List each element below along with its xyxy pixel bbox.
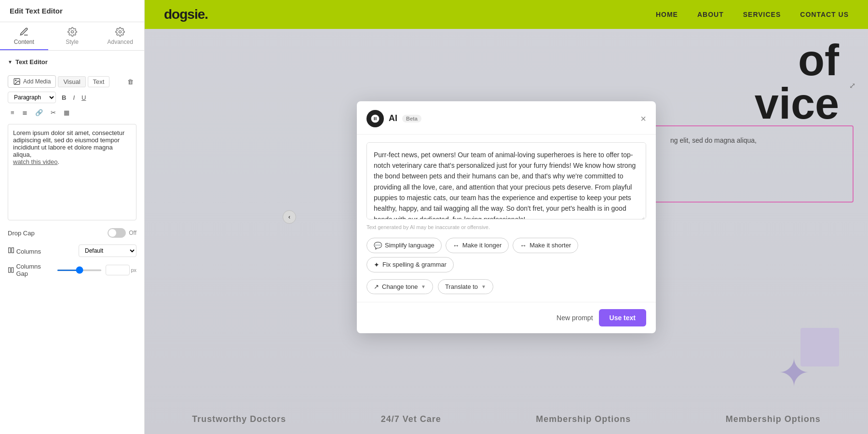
format-buttons: B I U	[59, 92, 89, 103]
drop-cap-field: Drop Cap Off	[0, 224, 144, 242]
columns-gap-input[interactable]	[106, 265, 130, 275]
svg-point-0	[71, 31, 73, 33]
advanced-icon	[115, 27, 125, 37]
svg-rect-7	[12, 268, 14, 272]
ai-modal: AI Beta × Purr-fect news, pet owners! Ou…	[357, 101, 656, 333]
columns-gap-slider[interactable]	[57, 270, 102, 271]
link-button[interactable]: 🔗	[32, 107, 46, 118]
change-tone-select[interactable]: Change tone Formal Casual Friendly Profe…	[382, 283, 418, 290]
format-row: Paragraph Heading 1 Heading 2 Heading 3 …	[0, 90, 144, 105]
editor-list-row: ≡ ≣ 🔗 ✂ ▦	[0, 105, 144, 120]
modal-close-button[interactable]: ×	[640, 114, 646, 123]
paragraph-select[interactable]: Paragraph Heading 1 Heading 2 Heading 3	[8, 92, 56, 103]
delete-button[interactable]: 🗑	[124, 76, 136, 87]
ai-disclaimer: Text generated by AI may be inaccurate o…	[366, 224, 646, 230]
fix-spelling-button[interactable]: ✦ Fix spelling & grammar	[366, 257, 454, 272]
ai-selects-row: ↗ Change tone Formal Casual Friendly Pro…	[366, 279, 646, 294]
editor-content-area[interactable]: Lorem ipsum dolor sit amet, consectetur …	[8, 124, 136, 220]
ordered-list-button[interactable]: ≣	[19, 107, 30, 118]
modal-beta-badge: Beta	[402, 115, 421, 122]
columns-gap-field: Columns Gap px	[0, 260, 144, 280]
drop-cap-label: Drop Cap	[8, 230, 35, 237]
text-tab-button[interactable]: Text	[88, 76, 110, 87]
change-tone-icon: ↗	[374, 283, 379, 290]
text-editor-section: ▼ Text Editor	[0, 51, 144, 73]
style-icon	[68, 27, 77, 37]
columns-label: Columns	[8, 247, 76, 255]
columns-select[interactable]: Default 2 3 4	[79, 244, 136, 257]
section-chevron: ▼	[8, 59, 13, 65]
toolbar-row-1: ⤢ Add Media Visual Text 🗑	[0, 73, 144, 90]
main-area: dogsie. HOME ABOUT SERVICES CONTACT US o…	[145, 0, 868, 434]
table-button[interactable]: ▦	[61, 107, 72, 118]
content-icon	[19, 27, 29, 37]
sidebar-tabs: Content Style Advanced	[0, 22, 144, 51]
section-label: Text Editor	[15, 58, 48, 66]
ai-textarea[interactable]: Purr-fect news, pet owners! Our team of …	[366, 142, 646, 219]
editor-link[interactable]: watch this video	[13, 158, 58, 165]
modal-title: AI	[389, 113, 397, 123]
unordered-list-button[interactable]: ≡	[8, 107, 17, 118]
modal-header: AI Beta ×	[357, 101, 656, 135]
change-tone-chevron: ▼	[421, 284, 426, 289]
visual-tab-button[interactable]: Visual	[58, 76, 85, 87]
columns-field: Columns Default 2 3 4	[0, 242, 144, 260]
simplify-language-button[interactable]: 💬 Simplify language	[366, 238, 442, 253]
translate-chevron: ▼	[481, 284, 486, 289]
bold-button[interactable]: B	[59, 92, 69, 103]
simplify-label: Simplify language	[385, 242, 434, 249]
modal-body: Purr-fect news, pet owners! Our team of …	[357, 135, 656, 302]
shorter-label: Make it shorter	[529, 242, 571, 249]
translate-to-dropdown[interactable]: Translate to English Spanish French Germ…	[438, 279, 493, 294]
modal-overlay: AI Beta × Purr-fect news, pet owners! Ou…	[145, 0, 868, 434]
svg-rect-5	[12, 247, 14, 253]
elementor-icon	[370, 114, 380, 123]
tab-style-label: Style	[66, 39, 79, 45]
toggle-track[interactable]	[108, 228, 126, 238]
drop-cap-toggle[interactable]: Off	[108, 228, 136, 238]
tab-style[interactable]: Style	[48, 22, 96, 50]
make-longer-button[interactable]: ↔ Make it longer	[446, 238, 509, 253]
shorter-icon: ↔	[520, 242, 527, 249]
columns-gap-icon	[8, 267, 14, 273]
editor-body-text: Lorem ipsum dolor sit amet, consectetur …	[13, 129, 124, 158]
spelling-icon: ✦	[374, 261, 380, 269]
make-shorter-button[interactable]: ↔ Make it shorter	[513, 238, 578, 253]
modal-footer: New prompt Use text	[357, 302, 656, 333]
add-media-label: Add Media	[23, 78, 51, 85]
change-tone-dropdown[interactable]: ↗ Change tone Formal Casual Friendly Pro…	[366, 279, 433, 294]
use-text-button[interactable]: Use text	[599, 309, 646, 326]
svg-point-3	[15, 80, 16, 81]
tab-content-label: Content	[14, 39, 34, 45]
tab-advanced-label: Advanced	[107, 39, 133, 45]
sidebar: Edit Text Editor Content Style Advanced …	[0, 0, 145, 434]
unit-input-group: px	[106, 265, 136, 275]
unlink-button[interactable]: ✂	[48, 107, 59, 118]
svg-point-1	[119, 31, 122, 33]
simplify-icon: 💬	[374, 242, 382, 249]
longer-icon: ↔	[453, 242, 460, 249]
section-title-text-editor[interactable]: ▼ Text Editor	[8, 55, 136, 68]
columns-gap-unit: px	[131, 267, 136, 273]
ai-actions: 💬 Simplify language ↔ Make it longer ↔ M…	[366, 238, 646, 272]
new-prompt-button[interactable]: New prompt	[556, 314, 593, 322]
add-media-button[interactable]: Add Media	[8, 75, 56, 88]
tab-advanced[interactable]: Advanced	[96, 22, 144, 50]
underline-button[interactable]: U	[79, 92, 89, 103]
columns-icon	[8, 247, 14, 254]
sidebar-header: Edit Text Editor	[0, 0, 144, 22]
columns-gap-label: Columns Gap	[8, 263, 53, 277]
add-media-icon	[13, 78, 21, 85]
ai-textarea-wrapper: Purr-fect news, pet owners! Our team of …	[366, 142, 646, 221]
svg-rect-6	[9, 268, 11, 272]
drop-cap-state: Off	[129, 230, 136, 236]
spelling-label: Fix spelling & grammar	[382, 261, 447, 268]
svg-rect-4	[9, 247, 11, 253]
modal-logo-icon	[366, 110, 384, 127]
translate-select[interactable]: Translate to English Spanish French Germ…	[445, 283, 478, 290]
longer-label: Make it longer	[462, 242, 502, 249]
tab-content[interactable]: Content	[0, 22, 48, 50]
italic-button[interactable]: I	[70, 92, 78, 103]
